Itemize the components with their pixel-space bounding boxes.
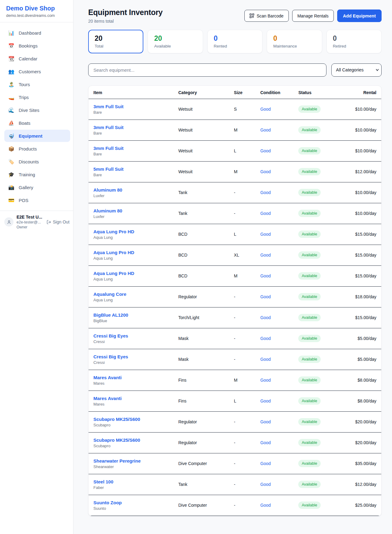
item-condition-link[interactable]: Good — [260, 253, 271, 257]
item-brand: Shearwater — [93, 464, 168, 469]
item-rental: $8.00/day — [346, 391, 381, 411]
sidebar-item-customers[interactable]: 👥 Customers — [4, 65, 70, 78]
item-name-link[interactable]: 3mm Full Suit — [93, 125, 168, 130]
item-name-link[interactable]: Suunto Zoop — [93, 500, 168, 505]
item-condition-link[interactable]: Good — [260, 232, 271, 237]
item-condition-link[interactable]: Good — [260, 503, 271, 508]
item-condition-link[interactable]: Good — [260, 482, 271, 487]
item-condition-link[interactable]: Good — [260, 336, 271, 341]
item-size: - — [229, 307, 255, 328]
stat-card-rented[interactable]: 0 Rented — [207, 30, 262, 53]
stat-value: 0 — [214, 34, 256, 43]
stat-value: 20 — [154, 34, 196, 43]
item-size: M — [229, 161, 255, 182]
item-name-link[interactable]: Mares Avanti — [93, 375, 168, 380]
item-condition-link[interactable]: Good — [260, 211, 271, 216]
item-brand: Suunto — [93, 506, 168, 511]
sidebar-item-equipment[interactable]: 🤿 Equipment — [4, 130, 70, 142]
column-header-condition: Condition — [255, 86, 293, 99]
item-size: M — [229, 120, 255, 140]
item-condition-link[interactable]: Good — [260, 461, 271, 466]
table-row: Aqua Lung Pro HD Aqua Lung BCD M Good Av… — [89, 265, 381, 286]
search-input[interactable] — [88, 63, 326, 77]
item-condition-link[interactable]: Good — [260, 273, 271, 278]
item-name-link[interactable]: 3mm Full Suit — [93, 104, 168, 109]
item-brand: Mares — [93, 402, 168, 406]
table-row: Suunto Zoop Suunto Dive Computer - Good … — [89, 495, 381, 516]
item-size: M — [229, 370, 255, 391]
category-filter[interactable]: All Categories — [331, 63, 382, 77]
item-condition-link[interactable]: Good — [260, 169, 271, 174]
item-rental: $15.00/day — [346, 245, 381, 265]
sidebar-item-trips[interactable]: 🚤 Trips — [4, 91, 70, 103]
sidebar-item-discounts[interactable]: 🏷️ Discounts — [4, 155, 70, 168]
item-name-link[interactable]: Aqua Lung Pro HD — [93, 271, 168, 276]
status-badge: Available — [298, 231, 321, 238]
sidebar-item-pos[interactable]: 💳 POS — [4, 194, 70, 206]
sidebar-item-products[interactable]: 📦 Products — [4, 143, 70, 155]
item-name-link[interactable]: Scubapro MK25/S600 — [93, 417, 168, 422]
item-category: Dive Computer — [173, 495, 229, 516]
item-brand: Faber — [93, 485, 168, 490]
item-name-link[interactable]: Steel 100 — [93, 479, 168, 484]
item-name-link[interactable]: Aqua Lung Pro HD — [93, 229, 168, 234]
item-rental: $10.00/day — [346, 140, 381, 161]
item-name-link[interactable]: Cressi Big Eyes — [93, 354, 168, 359]
item-name-link[interactable]: Cressi Big Eyes — [93, 333, 168, 338]
sidebar-item-dive-sites[interactable]: 🌊 Dive Sites — [4, 104, 70, 116]
item-condition-link[interactable]: Good — [260, 294, 271, 299]
item-category: Tank — [173, 203, 229, 224]
sidebar-item-icon: 🤿 — [8, 133, 15, 139]
item-condition-link[interactable]: Good — [260, 399, 271, 403]
item-condition-link[interactable]: Good — [260, 315, 271, 320]
scan-barcode-button[interactable]: Scan Barcode — [244, 10, 289, 22]
table-row: Aqua Lung Pro HD Aqua Lung BCD XL Good A… — [89, 245, 381, 265]
sidebar-item-tours[interactable]: 🏝️ Tours — [4, 78, 70, 90]
sidebar-item-label: Customers — [19, 69, 41, 74]
item-name-link[interactable]: Scubapro MK25/S600 — [93, 437, 168, 443]
sign-out-button[interactable]: Sign Out — [47, 219, 70, 224]
stat-card-maintenance[interactable]: 0 Maintenance — [267, 30, 322, 53]
sidebar-item-bookings[interactable]: 📅 Bookings — [4, 40, 70, 52]
item-name-link[interactable]: BigBlue AL1200 — [93, 312, 168, 318]
item-name-link[interactable]: 3mm Full Suit — [93, 146, 168, 151]
item-condition-link[interactable]: Good — [260, 378, 271, 383]
sidebar-item-icon: 👥 — [8, 69, 15, 74]
sidebar-item-label: Products — [19, 146, 37, 151]
item-condition-link[interactable]: Good — [260, 128, 271, 132]
item-name-link[interactable]: Mares Avanti — [93, 396, 168, 401]
item-name-link[interactable]: Aqualung Core — [93, 292, 168, 297]
status-badge: Available — [298, 251, 321, 259]
stat-card-total[interactable]: 20 Total — [88, 30, 143, 53]
stat-card-retired[interactable]: 0 Retired — [326, 30, 382, 53]
item-condition-link[interactable]: Good — [260, 148, 271, 153]
sidebar-item-calendar[interactable]: 📆 Calendar — [4, 52, 70, 65]
sidebar-item-icon: 📆 — [8, 56, 15, 62]
item-brand: Cressi — [93, 339, 168, 344]
item-condition-link[interactable]: Good — [260, 440, 271, 445]
stat-label: Total — [95, 44, 137, 48]
add-equipment-button[interactable]: Add Equipment — [337, 10, 382, 22]
item-name-link[interactable]: Aqua Lung Pro HD — [93, 250, 168, 255]
item-size: - — [229, 432, 255, 453]
sidebar-item-dashboard[interactable]: 📊 Dashboard — [4, 27, 70, 39]
item-name-link[interactable]: Aluminum 80 — [93, 187, 168, 193]
sidebar-item-boats[interactable]: ⛵ Boats — [4, 117, 70, 129]
item-condition-link[interactable]: Good — [260, 419, 271, 424]
sidebar-item-gallery[interactable]: 📸 Gallery — [4, 181, 70, 193]
item-size: - — [229, 411, 255, 432]
item-condition-link[interactable]: Good — [260, 190, 271, 195]
item-name-link[interactable]: Aluminum 80 — [93, 208, 168, 213]
sidebar-item-label: Boats — [19, 120, 30, 126]
table-row: Cressi Big Eyes Cressi Mask - Good Avail… — [89, 349, 381, 370]
person-icon — [7, 220, 11, 224]
item-condition-link[interactable]: Good — [260, 107, 271, 112]
stat-card-available[interactable]: 20 Available — [148, 30, 203, 53]
manage-rentals-button[interactable]: Manage Rentals — [292, 10, 334, 22]
item-name-link[interactable]: 5mm Full Suit — [93, 166, 168, 172]
item-name-link[interactable]: Shearwater Peregrine — [93, 458, 168, 463]
sidebar-item-training[interactable]: 🎓 Training — [4, 168, 70, 181]
item-rental: $35.00/day — [346, 453, 381, 474]
item-condition-link[interactable]: Good — [260, 357, 271, 362]
column-header-category: Category — [173, 86, 229, 99]
